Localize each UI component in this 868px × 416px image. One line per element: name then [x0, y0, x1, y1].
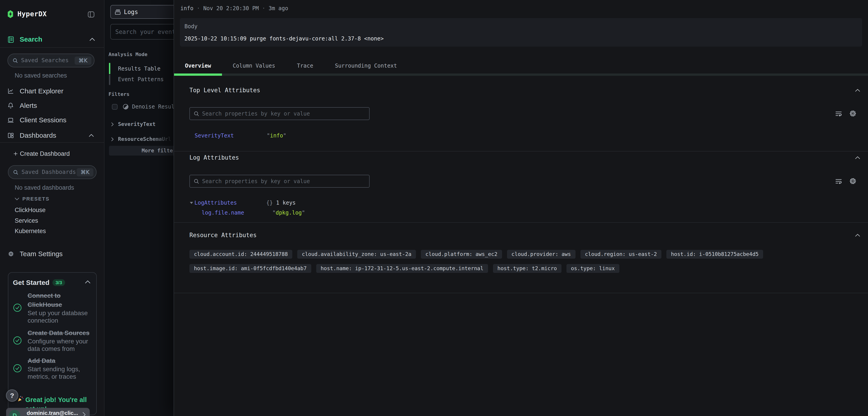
sidebar-collapse-icon[interactable] [88, 11, 94, 18]
sidebar-item-dashboards[interactable]: Dashboards [0, 130, 104, 140]
gear-icon [8, 251, 14, 257]
chevron-right-icon [83, 412, 86, 416]
filter-group-severitytext[interactable]: SeverityText [118, 121, 156, 127]
denoise-icon [123, 103, 129, 110]
sidebar-item-chart-explorer[interactable]: Chart Explorer [0, 86, 104, 96]
sidebar-divider [0, 47, 104, 48]
search-section-collapse-icon[interactable] [90, 38, 95, 41]
preset-item-kubernetes[interactable]: Kubernetes [15, 228, 46, 235]
resource-chip[interactable]: host.type: t2.micro [493, 264, 561, 273]
get-started-item-subtitle: Set up your database connection [28, 309, 92, 324]
help-button[interactable]: ? [6, 389, 18, 402]
attribute-key[interactable]: log.file.name [202, 209, 244, 216]
section-collapse-icon[interactable] [855, 156, 860, 159]
resource-chip[interactable]: os.type: linux [566, 264, 619, 273]
resource-chip[interactable]: cloud.account.id: 244449518788 [189, 250, 292, 259]
get-started-item[interactable]: Create Data Sources Configure where your… [13, 328, 92, 353]
saved-dashboards-input[interactable] [22, 166, 78, 178]
detail-tabs: Overview Column Values Trace Surrounding… [174, 59, 868, 72]
tab-surrounding-context[interactable]: Surrounding Context [324, 59, 408, 72]
resource-chip[interactable]: host.image.id: ami-0f5fcdfbd140e4ab7 [189, 264, 311, 273]
preset-item-services[interactable]: Services [15, 217, 38, 224]
saved-dashboards-search[interactable]: ⌘K [8, 165, 96, 179]
search-panel: Logs Analysis Mode Results Table Event P… [104, 0, 174, 416]
wrap-lines-icon[interactable] [835, 110, 842, 117]
logs-source-icon [114, 8, 121, 16]
filters-label: Filters [108, 91, 129, 97]
team-settings-label: Team Settings [20, 250, 63, 258]
get-started-title: Get Started [13, 278, 50, 287]
search-icon [193, 111, 199, 117]
tree-expand-arrow[interactable] [190, 202, 193, 204]
sidebar-section-search[interactable]: Search [20, 35, 42, 43]
presets-toggle[interactable]: PRESETS [0, 194, 104, 204]
section-divider [174, 151, 868, 151]
dashboards-collapse-icon[interactable] [89, 134, 94, 137]
resource-chip[interactable]: cloud.availability_zone: us-east-2a [297, 250, 416, 259]
get-started-item-title: Add Data [28, 356, 92, 365]
check-circle-icon [13, 303, 22, 312]
resource-chip[interactable]: cloud.platform: aws_ec2 [421, 250, 502, 259]
mode-results-table[interactable]: Results Table [118, 65, 160, 72]
attribute-key[interactable]: LogAttributes [194, 200, 237, 206]
event-search-input[interactable] [115, 24, 174, 39]
get-started-item-title: Connect to ClickHouse [28, 291, 92, 309]
section-title-top-level: Top Level Attributes [189, 87, 260, 94]
tab-overview[interactable]: Overview [174, 59, 222, 72]
resource-chip[interactable]: host.name: ip-172-31-12-5.us-east-2.comp… [316, 264, 488, 273]
get-started-item[interactable]: Add Data Start sending logs, metrics, or… [13, 356, 92, 380]
log-attributes-search-input[interactable] [202, 175, 365, 187]
attribute-value[interactable]: "dpkg.log" [272, 209, 305, 216]
check-circle-icon [13, 336, 22, 345]
filter-group-resourceschemaurl[interactable]: ResourceSchemaUrl [118, 136, 174, 143]
section-divider [174, 222, 868, 223]
attribute-value[interactable]: "info" [267, 132, 286, 139]
resource-chip[interactable]: host.id: i-0510b81275acbe4d5 [666, 250, 763, 259]
denoise-label[interactable]: Denoise Results [132, 103, 174, 110]
tab-trace[interactable]: Trace [286, 59, 324, 72]
attribute-meta: {} 1 keys [266, 200, 296, 206]
section-collapse-icon[interactable] [855, 89, 860, 92]
chart-explorer-icon [7, 88, 14, 94]
chevron-right-icon [111, 122, 114, 126]
check-circle-icon [13, 364, 22, 373]
sidebar-item-alerts[interactable]: Alerts [0, 100, 104, 111]
section-divider [174, 293, 868, 293]
event-search-box[interactable] [110, 24, 174, 39]
log-attributes-search-box[interactable] [189, 175, 370, 188]
mode-event-patterns[interactable]: Event Patterns [118, 76, 164, 83]
sidebar-item-client-sessions[interactable]: Client Sessions [0, 115, 104, 125]
create-dashboard-button[interactable]: Create Dashboard [0, 149, 104, 159]
wrap-lines-icon[interactable] [835, 178, 842, 185]
resource-attribute-chips: cloud.account.id: 244449518788 cloud.ava… [189, 250, 855, 273]
dashboards-grid-icon [7, 132, 14, 139]
separator-dot: · [197, 5, 203, 11]
create-dashboard-label: Create Dashboard [20, 150, 70, 157]
preset-item-clickhouse[interactable]: ClickHouse [15, 206, 46, 214]
separator-dot: · [262, 5, 269, 11]
search-icon [12, 58, 18, 63]
user-menu[interactable]: D dominic.tran@clic... dominic.tran@clic… [6, 408, 90, 416]
event-header: info · Nov 20 2:20:30 PM · 3m ago [180, 5, 288, 12]
get-started-collapse-icon[interactable] [85, 280, 90, 284]
no-saved-dashboards-note: No saved dashboards [15, 184, 74, 191]
avatar: D [9, 410, 20, 416]
resource-chip[interactable]: cloud.provider: aws [507, 250, 576, 259]
more-filters-button[interactable]: More filters [109, 146, 174, 155]
resource-chip[interactable]: cloud.region: us-east-2 [581, 250, 662, 259]
app-title: HyperDX [18, 10, 47, 18]
team-settings-item[interactable]: Team Settings [0, 249, 104, 259]
saved-searches-input[interactable] [21, 54, 78, 66]
source-select-button[interactable]: Logs [110, 5, 174, 19]
tab-column-values[interactable]: Column Values [222, 59, 286, 72]
get-started-item[interactable]: Connect to ClickHouse Set up your databa… [13, 291, 92, 324]
top-level-search-box[interactable] [189, 107, 370, 120]
gear-icon[interactable] [849, 177, 857, 185]
body-label: Body [184, 23, 197, 30]
section-collapse-icon[interactable] [855, 234, 860, 237]
gear-icon[interactable] [849, 110, 857, 117]
denoise-checkbox[interactable] [112, 104, 118, 110]
attribute-key[interactable]: SeverityText [195, 132, 234, 139]
saved-searches-search[interactable]: ⌘K [7, 54, 94, 67]
top-level-search-input[interactable] [202, 108, 365, 120]
